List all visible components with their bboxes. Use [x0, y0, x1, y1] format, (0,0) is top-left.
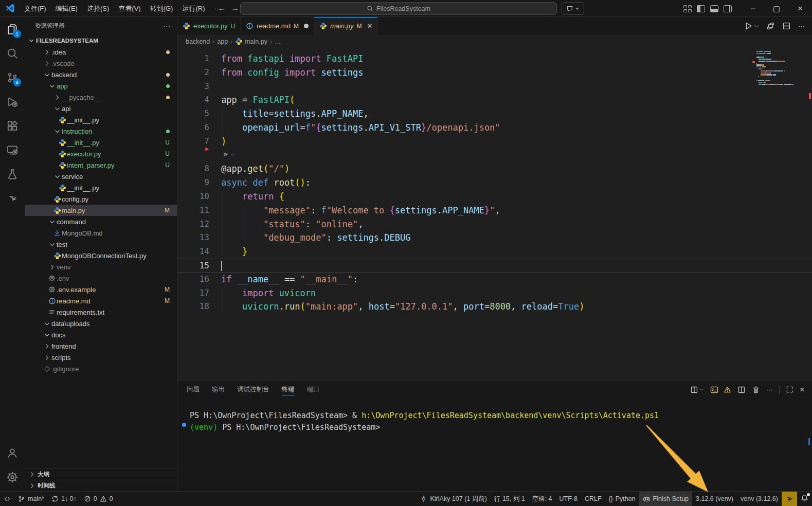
- back-button[interactable]: ←: [216, 3, 227, 14]
- code-line-4[interactable]: 4app = FastAPI(: [177, 93, 812, 107]
- launch-profile-icon[interactable]: [690, 386, 704, 394]
- menu-4[interactable]: 转到(G): [146, 0, 178, 17]
- activity-explorer[interactable]: 1: [0, 17, 25, 41]
- code-line-18[interactable]: 18 uvicorn.run("main:app", host="127.0.0…: [177, 300, 812, 314]
- tree-item-intent_parser.py[interactable]: intent_parser.py U: [25, 159, 177, 171]
- tree-item-service[interactable]: service: [25, 171, 177, 182]
- close-tab-icon[interactable]: ✕: [367, 22, 372, 30]
- tree-item-command[interactable]: command: [25, 216, 177, 227]
- tree-item-__init__.py[interactable]: __init__.py: [25, 182, 177, 193]
- menu-5[interactable]: 运行(R): [177, 0, 209, 17]
- tree-item-app[interactable]: app: [25, 80, 177, 92]
- terminal-tab[interactable]: [710, 386, 731, 394]
- code-editor[interactable]: 1from fastapi import FastAPI2from config…: [177, 48, 812, 380]
- split-editor-icon[interactable]: [782, 22, 791, 30]
- status-copilot-setup[interactable]: Finish Setup: [639, 492, 692, 506]
- editor-tab-readme.md[interactable]: readme.md M: [241, 17, 314, 35]
- code-line-11[interactable]: 11 "message": f"Welcome to {settings.APP…: [177, 204, 812, 218]
- status-encoding[interactable]: UTF-8: [556, 492, 581, 506]
- status-python-version[interactable]: 3.12.6 (venv): [692, 492, 737, 506]
- panel-tab-0[interactable]: 问题: [187, 381, 200, 399]
- status-indentation[interactable]: 空格: 4: [529, 492, 556, 506]
- command-center-search[interactable]: FilesReadSysteam: [240, 2, 557, 15]
- activity-remote-explorer[interactable]: [0, 138, 25, 162]
- tree-item-test[interactable]: test: [25, 239, 177, 250]
- close-button[interactable]: ✕: [788, 0, 812, 17]
- close-panel-icon[interactable]: ✕: [800, 386, 805, 393]
- breadcrumb-item[interactable]: …: [275, 38, 281, 45]
- tree-item-readme.md[interactable]: readme.md M: [25, 295, 177, 306]
- panel-tab-1[interactable]: 输出: [212, 381, 225, 399]
- code-line-2[interactable]: 2from config import settings: [177, 66, 812, 80]
- status-blame[interactable]: KiriAky 107 (1 周前): [417, 492, 490, 506]
- code-line-16[interactable]: 16if __name__ == "__main__":: [177, 273, 812, 286]
- code-line-1[interactable]: 1from fastapi import FastAPI: [177, 52, 812, 66]
- breadcrumb-item[interactable]: app: [217, 38, 228, 45]
- status-git-branch[interactable]: main*: [14, 492, 48, 506]
- status-remote-indicator[interactable]: [0, 492, 14, 506]
- forward-button[interactable]: →: [229, 3, 241, 14]
- status-problems[interactable]: 00: [80, 492, 117, 506]
- status-venv-status[interactable]: venv (3.12.6): [737, 492, 782, 506]
- status-eol[interactable]: CRLF: [581, 492, 605, 506]
- tree-item-.idea[interactable]: .idea: [25, 46, 177, 58]
- workspace-root-folder[interactable]: FILESREADSYSTEAM: [25, 35, 177, 46]
- activity-run-debug[interactable]: [0, 89, 25, 114]
- tree-item-.vscode[interactable]: .vscode: [25, 58, 177, 69]
- toggle-sidebar-icon[interactable]: [697, 5, 705, 12]
- tree-item-MongoDBConnectionTest.py[interactable]: MongoDBConnectionTest.py: [25, 250, 177, 261]
- tree-item-__init__.py[interactable]: __init__.py: [25, 114, 177, 125]
- tree-item-scripts[interactable]: scripts: [25, 352, 177, 363]
- editor-tab-executor.py[interactable]: executor.py U: [177, 17, 241, 35]
- tree-item-frontend[interactable]: frontend: [25, 340, 177, 352]
- tree-item-docs[interactable]: docs: [25, 329, 177, 340]
- tree-item-executor.py[interactable]: executor.py U: [25, 148, 177, 159]
- tree-item-instruction[interactable]: instruction: [25, 125, 177, 137]
- sidebar-section-1[interactable]: 时间线: [25, 480, 177, 491]
- code-line-8[interactable]: 8@app.get("/"): [177, 162, 812, 176]
- tree-item-requirements.txt[interactable]: requirements.txt: [25, 306, 177, 318]
- activity-settings[interactable]: [0, 465, 25, 489]
- panel-tab-3[interactable]: 终端: [282, 381, 295, 399]
- more-actions-icon[interactable]: ···: [766, 386, 773, 393]
- panel-tab-4[interactable]: 端口: [307, 381, 320, 399]
- kill-terminal-icon[interactable]: [752, 386, 760, 394]
- code-line-12[interactable]: 12 "status": "online",: [177, 218, 812, 231]
- sidebar-section-0[interactable]: 大纲: [25, 468, 177, 480]
- breadcrumb[interactable]: backend›app›main.py›…: [177, 35, 812, 48]
- tree-item-main.py[interactable]: main.py M: [25, 205, 177, 216]
- breadcrumb-item[interactable]: main.py: [235, 38, 267, 45]
- code-line-13[interactable]: 13 "debug_mode": settings.DEBUG: [177, 231, 812, 245]
- code-line-3[interactable]: 3: [177, 80, 812, 94]
- status-pinwheel-badge[interactable]: [782, 492, 797, 506]
- editor-tab-main.py[interactable]: main.py M ✕: [314, 17, 378, 35]
- command-decoration-dot[interactable]: [182, 423, 186, 427]
- toggle-secondary-sidebar-icon[interactable]: [724, 5, 732, 12]
- status-notifications[interactable]: [797, 492, 812, 506]
- tree-item-backend[interactable]: backend: [25, 69, 177, 80]
- breadcrumb-item[interactable]: backend: [186, 38, 210, 45]
- terminal-output[interactable]: PS H:\OwnProject\FilesReadSysteam> & h:\…: [177, 399, 812, 433]
- tree-item-__pycache__[interactable]: __pycache__: [25, 92, 177, 103]
- code-line-17[interactable]: 17 import uvicorn: [177, 286, 812, 300]
- open-changes-icon[interactable]: [766, 22, 775, 30]
- menu-2[interactable]: 选择(S): [82, 0, 114, 17]
- code-line-7[interactable]: 7): [177, 135, 812, 149]
- tree-item-.env.example[interactable]: .env.example M: [25, 284, 177, 295]
- minimize-button[interactable]: ─: [741, 0, 765, 17]
- maximize-panel-icon[interactable]: [786, 386, 793, 393]
- activity-pinwheel-extension[interactable]: [0, 186, 25, 210]
- copilot-chat-button[interactable]: [562, 2, 584, 15]
- code-line-10[interactable]: 10 return {: [177, 190, 812, 204]
- tree-item-config.py[interactable]: config.py: [25, 193, 177, 205]
- code-line-9[interactable]: 9async def root():: [177, 176, 812, 190]
- panel-tab-2[interactable]: 调试控制台: [237, 381, 269, 399]
- minimap[interactable]: [756, 51, 804, 86]
- menu-1[interactable]: 编辑(E): [51, 0, 82, 17]
- activity-source-control[interactable]: 9: [0, 65, 25, 89]
- status-git-sync[interactable]: 1↓ 0↑: [48, 492, 80, 506]
- status-cursor-position[interactable]: 行 15, 列 1: [491, 492, 529, 506]
- activity-testing[interactable]: [0, 162, 25, 186]
- code-line-14[interactable]: 14 }: [177, 245, 812, 259]
- tree-item-.gitignore[interactable]: .gitignore: [25, 363, 177, 374]
